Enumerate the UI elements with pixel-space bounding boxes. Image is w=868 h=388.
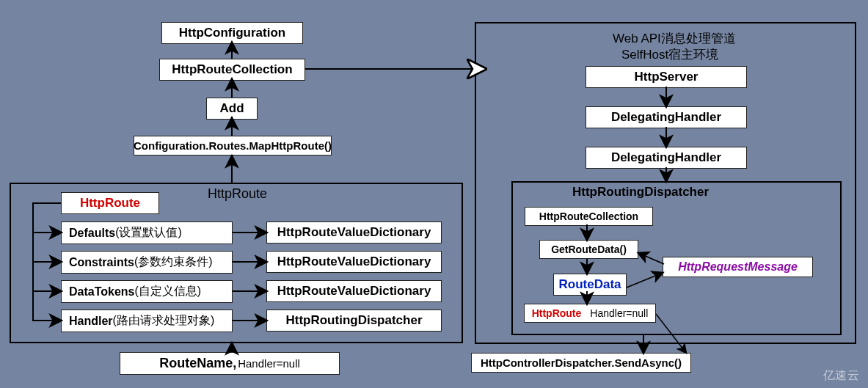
- httproute-frame-title: HttpRoute: [208, 186, 267, 202]
- label: Handler: [69, 315, 113, 328]
- handlernull-label: Handler=null: [590, 307, 648, 319]
- getroutedata-box: GetRouteData(): [539, 240, 638, 259]
- label: Add: [219, 101, 244, 116]
- routename-box: RouteName, Handler=null: [120, 352, 340, 375]
- handlernull-label: Handler=null: [238, 357, 300, 370]
- right-httproutecollection-box: HttpRouteCollection: [525, 207, 653, 226]
- label: HttpRouteCollection: [539, 211, 638, 222]
- requestmessage-box: HttpRequestMessage: [663, 257, 813, 277]
- maphttproute-box: Configuration.Routes.MapHttpRoute(): [134, 136, 332, 155]
- note: (自定义信息): [135, 284, 202, 299]
- note: (路由请求处理对象): [113, 313, 215, 329]
- httpRoute-label: HttpRoute: [532, 307, 582, 319]
- datatokens-box: DataTokens(自定义信息): [61, 280, 233, 303]
- httproute-box: HttpRoute: [61, 192, 159, 214]
- note: (设置默认值): [115, 225, 182, 241]
- defaults-box: Defaults(设置默认值): [61, 222, 233, 244]
- add-box: Add: [206, 98, 258, 120]
- controllerdispatcher-box: HttpControllerDispatcher.SendAsync(): [471, 353, 691, 373]
- label: HttpRequestMessage: [678, 260, 798, 274]
- label: HttpRouteValueDictionary: [277, 225, 431, 240]
- dispatcher-title: HttpRoutingDispatcher: [572, 185, 709, 200]
- constraints-box: Constraints(参数约束条件): [61, 251, 233, 274]
- handler-box: Handler(路由请求处理对象): [61, 310, 233, 332]
- pipeline-title2: SelfHost宿主环境: [621, 46, 718, 63]
- label: HttpRouteValueDictionary: [277, 255, 431, 269]
- routingdispatcher-box: HttpRoutingDispatcher: [266, 310, 442, 332]
- pipeline-title1: Web API消息处理管道: [613, 30, 736, 47]
- httproutecollection-box: HttpRouteCollection: [159, 59, 305, 81]
- watermark: 亿速云: [823, 368, 860, 384]
- label: DelegatingHandler: [611, 150, 721, 165]
- httpserver-box: HttpServer: [586, 66, 747, 88]
- label: HttpRouteValueDictionary: [277, 284, 431, 299]
- label: Configuration.Routes.MapHttpRoute(): [134, 139, 332, 152]
- httpconfiguration-box: HttpConfiguration: [161, 22, 303, 44]
- routedata-box: RouteData: [553, 274, 627, 296]
- routename-label: RouteName,: [159, 356, 236, 371]
- label: DataTokens: [69, 285, 135, 299]
- delegating1-box: DelegatingHandler: [586, 106, 747, 128]
- label: HttpControllerDispatcher.SendAsync(): [481, 356, 682, 369]
- label: RouteData: [559, 277, 621, 292]
- note: (参数约束条件): [134, 255, 213, 270]
- label: DelegatingHandler: [611, 110, 721, 125]
- label: HttpConfiguration: [179, 26, 285, 40]
- dict2-box: HttpRouteValueDictionary: [266, 251, 442, 273]
- label: GetRouteData(): [551, 244, 627, 255]
- dict3-box: HttpRouteValueDictionary: [266, 280, 442, 302]
- label: HttpRoutingDispatcher: [285, 313, 422, 328]
- delegating2-box: DelegatingHandler: [586, 147, 747, 169]
- label: Constraints: [69, 256, 134, 269]
- label: HttpRoute: [80, 196, 140, 211]
- right-httproute-box: HttpRoute Handler=null: [524, 304, 656, 323]
- label: Defaults: [69, 227, 115, 240]
- dict1-box: HttpRouteValueDictionary: [266, 222, 442, 244]
- label: HttpServer: [635, 70, 699, 84]
- label: HttpRouteCollection: [172, 62, 292, 77]
